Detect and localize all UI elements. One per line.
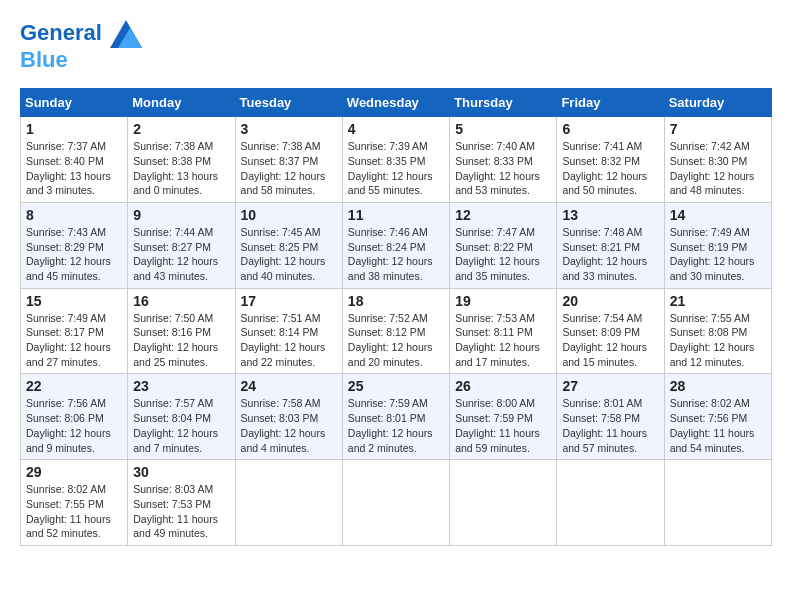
calendar-week-row: 22 Sunrise: 7:56 AMSunset: 8:06 PMDaylig…	[21, 374, 772, 460]
day-header-wednesday: Wednesday	[342, 89, 449, 117]
calendar-cell	[450, 460, 557, 546]
calendar-cell: 27 Sunrise: 8:01 AMSunset: 7:58 PMDaylig…	[557, 374, 664, 460]
calendar-cell: 14 Sunrise: 7:49 AMSunset: 8:19 PMDaylig…	[664, 202, 771, 288]
day-header-monday: Monday	[128, 89, 235, 117]
day-detail: Sunrise: 7:56 AMSunset: 8:06 PMDaylight:…	[26, 397, 111, 453]
day-detail: Sunrise: 7:49 AMSunset: 8:19 PMDaylight:…	[670, 226, 755, 282]
day-detail: Sunrise: 7:57 AMSunset: 8:04 PMDaylight:…	[133, 397, 218, 453]
day-detail: Sunrise: 8:01 AMSunset: 7:58 PMDaylight:…	[562, 397, 647, 453]
day-detail: Sunrise: 7:55 AMSunset: 8:08 PMDaylight:…	[670, 312, 755, 368]
calendar-cell: 26 Sunrise: 8:00 AMSunset: 7:59 PMDaylig…	[450, 374, 557, 460]
day-number: 29	[26, 464, 122, 480]
day-number: 20	[562, 293, 658, 309]
day-detail: Sunrise: 7:46 AMSunset: 8:24 PMDaylight:…	[348, 226, 433, 282]
day-detail: Sunrise: 7:44 AMSunset: 8:27 PMDaylight:…	[133, 226, 218, 282]
day-detail: Sunrise: 7:45 AMSunset: 8:25 PMDaylight:…	[241, 226, 326, 282]
calendar-cell: 15 Sunrise: 7:49 AMSunset: 8:17 PMDaylig…	[21, 288, 128, 374]
day-header-thursday: Thursday	[450, 89, 557, 117]
calendar-cell: 23 Sunrise: 7:57 AMSunset: 8:04 PMDaylig…	[128, 374, 235, 460]
calendar-cell	[664, 460, 771, 546]
logo-text: General Blue	[20, 20, 142, 72]
calendar-cell: 7 Sunrise: 7:42 AMSunset: 8:30 PMDayligh…	[664, 117, 771, 203]
calendar-cell: 1 Sunrise: 7:37 AMSunset: 8:40 PMDayligh…	[21, 117, 128, 203]
day-detail: Sunrise: 7:48 AMSunset: 8:21 PMDaylight:…	[562, 226, 647, 282]
day-number: 17	[241, 293, 337, 309]
day-number: 23	[133, 378, 229, 394]
calendar-header-row: SundayMondayTuesdayWednesdayThursdayFrid…	[21, 89, 772, 117]
day-number: 12	[455, 207, 551, 223]
day-number: 19	[455, 293, 551, 309]
calendar-cell: 22 Sunrise: 7:56 AMSunset: 8:06 PMDaylig…	[21, 374, 128, 460]
day-detail: Sunrise: 7:38 AMSunset: 8:38 PMDaylight:…	[133, 140, 218, 196]
day-detail: Sunrise: 8:00 AMSunset: 7:59 PMDaylight:…	[455, 397, 540, 453]
day-number: 25	[348, 378, 444, 394]
day-detail: Sunrise: 7:40 AMSunset: 8:33 PMDaylight:…	[455, 140, 540, 196]
day-number: 26	[455, 378, 551, 394]
calendar-week-row: 15 Sunrise: 7:49 AMSunset: 8:17 PMDaylig…	[21, 288, 772, 374]
day-number: 21	[670, 293, 766, 309]
day-number: 18	[348, 293, 444, 309]
day-number: 3	[241, 121, 337, 137]
day-detail: Sunrise: 7:50 AMSunset: 8:16 PMDaylight:…	[133, 312, 218, 368]
calendar-cell: 9 Sunrise: 7:44 AMSunset: 8:27 PMDayligh…	[128, 202, 235, 288]
day-detail: Sunrise: 7:39 AMSunset: 8:35 PMDaylight:…	[348, 140, 433, 196]
day-number: 13	[562, 207, 658, 223]
day-header-friday: Friday	[557, 89, 664, 117]
day-number: 10	[241, 207, 337, 223]
calendar-cell: 24 Sunrise: 7:58 AMSunset: 8:03 PMDaylig…	[235, 374, 342, 460]
day-detail: Sunrise: 7:54 AMSunset: 8:09 PMDaylight:…	[562, 312, 647, 368]
calendar-cell	[235, 460, 342, 546]
calendar-table: SundayMondayTuesdayWednesdayThursdayFrid…	[20, 88, 772, 546]
day-detail: Sunrise: 7:51 AMSunset: 8:14 PMDaylight:…	[241, 312, 326, 368]
calendar-week-row: 29 Sunrise: 8:02 AMSunset: 7:55 PMDaylig…	[21, 460, 772, 546]
day-number: 7	[670, 121, 766, 137]
day-detail: Sunrise: 7:38 AMSunset: 8:37 PMDaylight:…	[241, 140, 326, 196]
day-number: 11	[348, 207, 444, 223]
day-detail: Sunrise: 7:47 AMSunset: 8:22 PMDaylight:…	[455, 226, 540, 282]
page-header: General Blue	[20, 20, 772, 72]
calendar-cell	[342, 460, 449, 546]
day-number: 28	[670, 378, 766, 394]
day-number: 1	[26, 121, 122, 137]
day-detail: Sunrise: 7:49 AMSunset: 8:17 PMDaylight:…	[26, 312, 111, 368]
calendar-cell: 28 Sunrise: 8:02 AMSunset: 7:56 PMDaylig…	[664, 374, 771, 460]
calendar-cell: 6 Sunrise: 7:41 AMSunset: 8:32 PMDayligh…	[557, 117, 664, 203]
calendar-week-row: 1 Sunrise: 7:37 AMSunset: 8:40 PMDayligh…	[21, 117, 772, 203]
day-header-saturday: Saturday	[664, 89, 771, 117]
calendar-cell: 2 Sunrise: 7:38 AMSunset: 8:38 PMDayligh…	[128, 117, 235, 203]
day-detail: Sunrise: 7:53 AMSunset: 8:11 PMDaylight:…	[455, 312, 540, 368]
calendar-cell: 19 Sunrise: 7:53 AMSunset: 8:11 PMDaylig…	[450, 288, 557, 374]
calendar-cell: 20 Sunrise: 7:54 AMSunset: 8:09 PMDaylig…	[557, 288, 664, 374]
calendar-cell: 8 Sunrise: 7:43 AMSunset: 8:29 PMDayligh…	[21, 202, 128, 288]
day-number: 22	[26, 378, 122, 394]
day-number: 16	[133, 293, 229, 309]
calendar-cell: 25 Sunrise: 7:59 AMSunset: 8:01 PMDaylig…	[342, 374, 449, 460]
day-header-tuesday: Tuesday	[235, 89, 342, 117]
day-detail: Sunrise: 8:02 AMSunset: 7:56 PMDaylight:…	[670, 397, 755, 453]
calendar-cell: 4 Sunrise: 7:39 AMSunset: 8:35 PMDayligh…	[342, 117, 449, 203]
logo: General Blue	[20, 20, 142, 72]
day-number: 30	[133, 464, 229, 480]
calendar-cell: 21 Sunrise: 7:55 AMSunset: 8:08 PMDaylig…	[664, 288, 771, 374]
calendar-cell: 3 Sunrise: 7:38 AMSunset: 8:37 PMDayligh…	[235, 117, 342, 203]
calendar-cell: 30 Sunrise: 8:03 AMSunset: 7:53 PMDaylig…	[128, 460, 235, 546]
calendar-cell: 13 Sunrise: 7:48 AMSunset: 8:21 PMDaylig…	[557, 202, 664, 288]
calendar-cell: 11 Sunrise: 7:46 AMSunset: 8:24 PMDaylig…	[342, 202, 449, 288]
day-number: 2	[133, 121, 229, 137]
calendar-cell: 12 Sunrise: 7:47 AMSunset: 8:22 PMDaylig…	[450, 202, 557, 288]
day-number: 27	[562, 378, 658, 394]
day-detail: Sunrise: 8:02 AMSunset: 7:55 PMDaylight:…	[26, 483, 111, 539]
calendar-cell: 10 Sunrise: 7:45 AMSunset: 8:25 PMDaylig…	[235, 202, 342, 288]
day-number: 14	[670, 207, 766, 223]
day-detail: Sunrise: 7:58 AMSunset: 8:03 PMDaylight:…	[241, 397, 326, 453]
calendar-cell: 29 Sunrise: 8:02 AMSunset: 7:55 PMDaylig…	[21, 460, 128, 546]
day-detail: Sunrise: 7:42 AMSunset: 8:30 PMDaylight:…	[670, 140, 755, 196]
day-number: 6	[562, 121, 658, 137]
day-number: 9	[133, 207, 229, 223]
day-detail: Sunrise: 7:59 AMSunset: 8:01 PMDaylight:…	[348, 397, 433, 453]
day-number: 4	[348, 121, 444, 137]
day-detail: Sunrise: 8:03 AMSunset: 7:53 PMDaylight:…	[133, 483, 218, 539]
calendar-week-row: 8 Sunrise: 7:43 AMSunset: 8:29 PMDayligh…	[21, 202, 772, 288]
calendar-cell: 18 Sunrise: 7:52 AMSunset: 8:12 PMDaylig…	[342, 288, 449, 374]
calendar-cell: 5 Sunrise: 7:40 AMSunset: 8:33 PMDayligh…	[450, 117, 557, 203]
